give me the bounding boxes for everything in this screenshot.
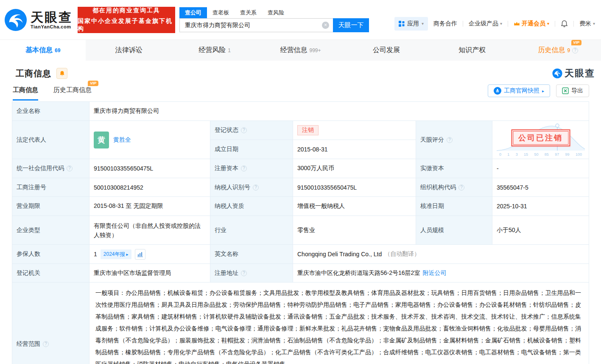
search-tab-relation[interactable]: 查关系 bbox=[235, 7, 262, 18]
insured-count-cell: 1 2024年报 ▸ bbox=[89, 245, 210, 264]
tab-history-info[interactable]: VIP 历史信息 9 ? bbox=[515, 40, 601, 61]
arrow-right-icon: ▸ bbox=[542, 89, 544, 93]
field-label: 实缴资本 bbox=[416, 159, 492, 178]
caret-down-icon: ▾ bbox=[593, 21, 595, 26]
taxpayer-qualification-value: 增值税一般纳税人 bbox=[293, 197, 416, 216]
subtab-history-registration[interactable]: VIP 历史工商信息 bbox=[53, 86, 92, 101]
tab-business-info[interactable]: 经营信息 999+ bbox=[257, 40, 343, 61]
notification-bell-icon[interactable] bbox=[561, 20, 568, 28]
user-menu[interactable]: 费米 ▾ bbox=[579, 20, 595, 28]
field-label: 经营范围? bbox=[12, 283, 89, 364]
help-icon[interactable]: ? bbox=[572, 48, 578, 53]
tab-count: 69 bbox=[55, 48, 60, 53]
help-icon[interactable]: ? bbox=[253, 185, 259, 190]
help-icon[interactable]: ? bbox=[43, 341, 49, 347]
annual-report-chip[interactable]: 2024年报 ▸ bbox=[101, 249, 131, 259]
org-code-value: 35565047-5 bbox=[492, 178, 589, 197]
clear-search-icon[interactable]: × bbox=[322, 22, 329, 29]
tab-basic-info[interactable]: 基本信息 69 bbox=[0, 40, 86, 61]
field-label: 纳税人识别号? bbox=[210, 178, 293, 197]
business-cooperation-link[interactable]: 商务合作 bbox=[433, 20, 457, 28]
field-label: 统一社会信用代码? bbox=[12, 159, 89, 178]
tab-label: 历史信息 bbox=[538, 46, 565, 55]
field-label: 注册地址? bbox=[210, 264, 293, 283]
registration-authority-value: 重庆市渝中区市场监督管理局 bbox=[89, 264, 210, 283]
field-label: 法定代表人 bbox=[12, 121, 89, 159]
deregistered-stamp: 公司已注销 bbox=[511, 129, 570, 146]
caret-down-icon: ▾ bbox=[422, 21, 424, 26]
field-label: 行业 bbox=[210, 216, 293, 245]
enterprise-products-menu[interactable]: 企业级产品 ▾ bbox=[469, 20, 502, 28]
insured-chart-icon[interactable] bbox=[135, 249, 145, 260]
field-label: 人员规模 bbox=[416, 216, 492, 245]
crown-icon bbox=[514, 21, 520, 26]
tab-count: 1 bbox=[228, 48, 231, 53]
field-label: 企业类型 bbox=[12, 216, 89, 245]
tab-operational-risk[interactable]: 经营风险 1 bbox=[172, 40, 257, 61]
subscribe-bell-icon[interactable] bbox=[56, 68, 67, 79]
arrow-right-icon: ▸ bbox=[126, 252, 129, 257]
help-icon[interactable]: ? bbox=[241, 270, 247, 276]
caret-down-icon: ▾ bbox=[547, 21, 549, 26]
tianyancha-swirl-icon bbox=[4, 8, 27, 31]
tab-legal-proceedings[interactable]: 法律诉讼 bbox=[86, 40, 171, 61]
avatar[interactable]: 黄 bbox=[94, 132, 109, 148]
caret-down-icon: ▾ bbox=[500, 21, 502, 26]
industry-value: 零售业 bbox=[293, 216, 416, 245]
subtab-business-registration[interactable]: 工商信息 bbox=[13, 86, 38, 101]
search-tab-company[interactable]: 查公司 bbox=[179, 7, 207, 18]
apps-grid-icon bbox=[399, 21, 405, 27]
search-button[interactable]: 天眼一下 bbox=[333, 18, 369, 32]
enterprise-products-label: 企业级产品 bbox=[469, 20, 498, 28]
help-icon[interactable]: ? bbox=[241, 165, 247, 171]
watermark-text: 天眼查 bbox=[565, 67, 595, 80]
field-label: 参保人数 bbox=[12, 245, 89, 264]
official-snapshot-button[interactable]: 工商官网快照 ▸ bbox=[488, 84, 550, 97]
promo-banner: 都在用的商业查询工具 国家中小企业发展子基金旗下机构 bbox=[78, 7, 175, 33]
promo-line1: 都在用的商业查询工具 bbox=[92, 7, 160, 14]
help-icon[interactable]: ? bbox=[67, 165, 73, 171]
apps-menu[interactable]: 应用 ▾ bbox=[394, 17, 428, 31]
promo-line2: 国家中小企业发展子基金旗下机构 bbox=[78, 17, 175, 33]
help-icon[interactable]: ? bbox=[458, 185, 464, 190]
search-input[interactable] bbox=[179, 18, 333, 32]
staff-size-value: 小于50人 bbox=[492, 216, 589, 245]
reg-status-cell: 注销 bbox=[293, 121, 416, 140]
help-icon[interactable]: ? bbox=[241, 127, 247, 133]
search-tab-risk[interactable]: 查风险 bbox=[262, 7, 290, 18]
top-header: 天眼查 TianYanCha.com 都在用的商业查询工具 国家中小企业发展子基… bbox=[0, 0, 601, 39]
export-button[interactable]: 导出 bbox=[556, 84, 589, 97]
help-icon[interactable]: ? bbox=[447, 137, 453, 143]
established-date-value: 2015-08-31 bbox=[293, 140, 416, 159]
tab-intellectual-property[interactable]: 知识产权 bbox=[429, 40, 515, 61]
tab-label: 经营风险 bbox=[198, 46, 226, 55]
top-menu: 应用 ▾ 商务合作 企业级产品 ▾ 开通会员 ▾ 费米 ▾ bbox=[394, 17, 595, 31]
divider bbox=[555, 21, 555, 27]
search-tabs: 查公司 查老板 查关系 查风险 bbox=[179, 7, 369, 18]
nearby-companies-link[interactable]: 附近公司 bbox=[422, 269, 446, 277]
apps-menu-label: 应用 bbox=[407, 20, 419, 28]
section-title: 工商信息 bbox=[16, 68, 51, 79]
company-name-value: 重庆市得力商贸有限公司 bbox=[89, 102, 589, 121]
tab-label: 经营信息 bbox=[280, 46, 307, 55]
company-nav-tabs: 基本信息 69 法律诉讼 经营风险 1 经营信息 999+ 公司发展 知识产权 … bbox=[0, 39, 601, 61]
business-scope-value: 一般项目：办公用品销售；机械设备租赁；办公设备租赁服务；文具用品批发；教学用模型… bbox=[89, 283, 589, 364]
tianyancha-watermark: 天眼查 bbox=[552, 67, 595, 80]
auto-translate-note: （自动翻译） bbox=[384, 250, 420, 258]
excel-icon bbox=[562, 87, 569, 94]
registered-address-value: 重庆市渝中区化龙桥街道瑞天路56-2号16层2室 bbox=[297, 269, 420, 277]
field-label: 成立日期 bbox=[210, 140, 293, 159]
paid-capital-value: - bbox=[492, 159, 589, 178]
registered-address-cell: 重庆市渝中区化龙桥街道瑞天路56-2号16层2室 附近公司 bbox=[293, 264, 589, 283]
score-scale: 013 155085 9799100 bbox=[499, 152, 582, 157]
tab-company-development[interactable]: 公司发展 bbox=[344, 40, 429, 61]
brand-domain: TianYanCha.com bbox=[31, 24, 73, 29]
approval-date-value: 2025-10-31 bbox=[492, 197, 589, 216]
field-label: 组织机构代码? bbox=[416, 178, 492, 197]
legal-rep-link[interactable]: 黄胜全 bbox=[113, 136, 131, 144]
tianyancha-logo[interactable]: 天眼查 TianYanCha.com bbox=[4, 8, 73, 31]
vip-upgrade-link[interactable]: 开通会员 ▾ bbox=[514, 20, 549, 28]
tianyancha-swirl-icon bbox=[552, 68, 562, 78]
search-tab-boss[interactable]: 查老板 bbox=[207, 7, 235, 18]
legal-rep-cell: 黄 黄胜全 bbox=[89, 121, 210, 159]
